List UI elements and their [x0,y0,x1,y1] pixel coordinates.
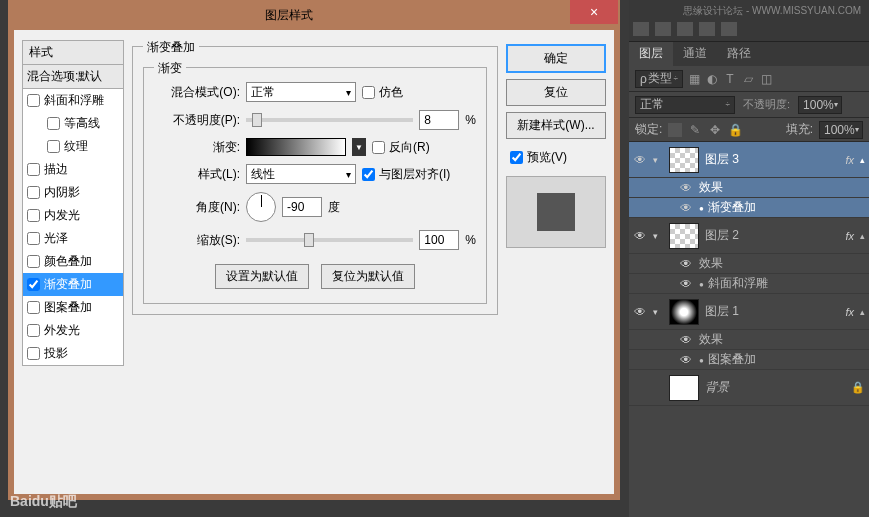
layer-thumb[interactable] [669,147,699,173]
filter-image-icon[interactable]: ▦ [687,72,701,86]
close-button[interactable]: × [570,0,618,24]
layer-thumb[interactable] [669,375,699,401]
expand-icon[interactable]: ▾ [653,231,663,241]
effect-row[interactable]: 👁斜面和浮雕 [629,274,869,294]
styles-header[interactable]: 样式 [22,40,124,65]
visibility-icon[interactable]: 👁 [679,257,693,271]
style-item[interactable]: 斜面和浮雕 [23,89,123,112]
visibility-icon[interactable]: 👁 [633,305,647,319]
lock-paint-icon[interactable]: ✎ [688,123,702,137]
style-item[interactable]: 描边 [23,158,123,181]
set-default-button[interactable]: 设置为默认值 [215,264,309,289]
fx-toggle[interactable]: ▴ [860,231,865,241]
opacity-slider[interactable] [246,118,413,122]
style-item[interactable]: 颜色叠加 [23,250,123,273]
blend-mode-combo[interactable]: 正常▾ [246,82,356,102]
layer-row[interactable]: 👁 ▾ 图层 2 fx ▴ [629,218,869,254]
effect-row[interactable]: 👁效果 [629,178,869,198]
fill-value[interactable]: 100%▾ [819,121,863,139]
fx-toggle[interactable]: ▴ [860,307,865,317]
reset-default-button[interactable]: 复位为默认值 [321,264,415,289]
panel-icon[interactable] [655,22,671,36]
dither-checkbox[interactable]: 仿色 [362,84,403,101]
style-item[interactable]: 光泽 [23,227,123,250]
angle-dial[interactable] [246,192,276,222]
gradient-preview[interactable] [246,138,346,156]
tab-layers[interactable]: 图层 [629,41,673,66]
style-item[interactable]: 内阴影 [23,181,123,204]
filter-shape-icon[interactable]: ▱ [741,72,755,86]
effect-row[interactable]: 👁图案叠加 [629,350,869,370]
visibility-icon[interactable]: 👁 [679,181,693,195]
style-checkbox[interactable] [27,347,40,360]
effect-row[interactable]: 👁效果 [629,254,869,274]
titlebar[interactable]: 图层样式 × [8,0,620,30]
blend-options[interactable]: 混合选项:默认 [22,65,124,89]
visibility-icon[interactable]: 👁 [633,153,647,167]
layer-thumb[interactable] [669,223,699,249]
style-checkbox[interactable] [47,140,60,153]
style-checkbox[interactable] [27,278,40,291]
cancel-button[interactable]: 复位 [506,79,606,106]
opacity-value[interactable]: 100%▾ [798,96,842,114]
gradient-dropdown[interactable]: ▼ [352,138,366,156]
visibility-icon[interactable]: 👁 [679,277,693,291]
visibility-icon[interactable]: 👁 [679,333,693,347]
angle-input[interactable] [282,197,322,217]
style-checkbox[interactable] [27,232,40,245]
panel-icon[interactable] [699,22,715,36]
lock-all-icon[interactable]: 🔒 [728,123,742,137]
new-style-button[interactable]: 新建样式(W)... [506,112,606,139]
filter-type-icon[interactable]: T [723,72,737,86]
panel-icon[interactable] [677,22,693,36]
style-checkbox[interactable] [47,117,60,130]
kind-filter[interactable]: ρ类型÷ [635,70,683,88]
visibility-icon[interactable]: 👁 [679,201,693,215]
layer-row[interactable]: 👁 ▾ 图层 1 fx ▴ [629,294,869,330]
layer-blend-mode[interactable]: 正常÷ [635,96,735,114]
align-checkbox[interactable]: 与图层对齐(I) [362,166,450,183]
fx-toggle[interactable]: ▴ [860,155,865,165]
opacity-input[interactable] [419,110,459,130]
filter-smart-icon[interactable]: ◫ [759,72,773,86]
style-item[interactable]: 图案叠加 [23,296,123,319]
filter-adjust-icon[interactable]: ◐ [705,72,719,86]
lock-trans-icon[interactable] [668,123,682,137]
slider-thumb[interactable] [252,113,262,127]
style-checkbox[interactable] [27,186,40,199]
effect-row[interactable]: 👁渐变叠加 [629,198,869,218]
fx-badge[interactable]: fx [845,230,854,242]
style-checkbox[interactable] [27,163,40,176]
tab-paths[interactable]: 路径 [717,41,761,66]
preview-checkbox[interactable]: 预览(V) [506,149,606,166]
style-checkbox[interactable] [27,301,40,314]
slider-thumb[interactable] [304,233,314,247]
fx-badge[interactable]: fx [845,154,854,166]
fx-badge[interactable]: fx [845,306,854,318]
layer-name[interactable]: 图层 1 [705,303,839,320]
layer-name[interactable]: 背景 [705,379,845,396]
lock-move-icon[interactable]: ✥ [708,123,722,137]
layer-thumb[interactable] [669,299,699,325]
style-item[interactable]: 内发光 [23,204,123,227]
style-item[interactable]: 等高线 [23,112,123,135]
expand-icon[interactable]: ▾ [653,307,663,317]
style-item[interactable]: 渐变叠加 [23,273,123,296]
style-checkbox[interactable] [27,94,40,107]
reverse-checkbox[interactable]: 反向(R) [372,139,430,156]
ok-button[interactable]: 确定 [506,44,606,73]
layer-name[interactable]: 图层 2 [705,227,839,244]
style-item[interactable]: 投影 [23,342,123,365]
tab-channels[interactable]: 通道 [673,41,717,66]
style-checkbox[interactable] [27,255,40,268]
layer-name[interactable]: 图层 3 [705,151,839,168]
layer-row[interactable]: 👁 ▾ 图层 3 fx ▴ [629,142,869,178]
panel-icon[interactable] [721,22,737,36]
panel-icon[interactable] [633,22,649,36]
effect-row[interactable]: 👁效果 [629,330,869,350]
visibility-icon[interactable]: 👁 [633,229,647,243]
layer-row[interactable]: 👁 背景 🔒 [629,370,869,406]
style-checkbox[interactable] [27,209,40,222]
style-checkbox[interactable] [27,324,40,337]
style-combo[interactable]: 线性▾ [246,164,356,184]
